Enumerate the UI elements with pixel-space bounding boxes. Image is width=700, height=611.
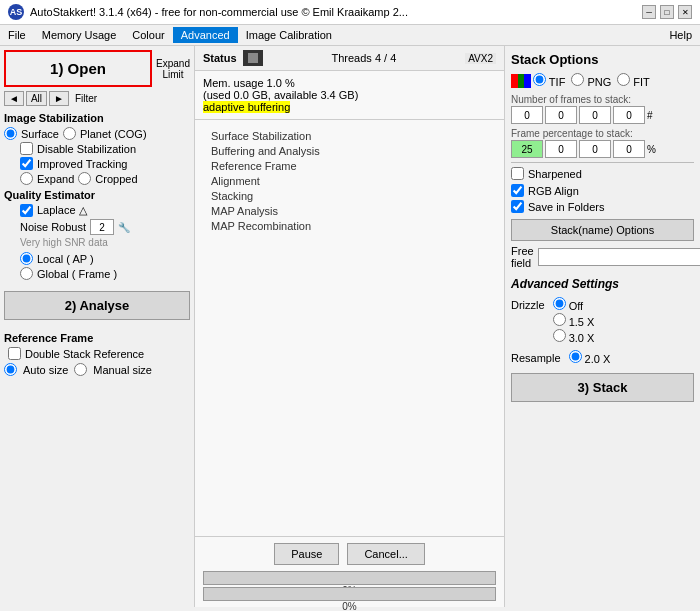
frames-input-1[interactable] bbox=[545, 106, 577, 124]
avx-badge: AVX2 bbox=[465, 53, 496, 64]
surface-radio[interactable] bbox=[4, 127, 17, 140]
limit-label: Limit bbox=[162, 69, 183, 80]
planet-radio[interactable] bbox=[63, 127, 76, 140]
save-in-folders-label: Save in Folders bbox=[528, 201, 604, 213]
minimize-button[interactable]: ─ bbox=[642, 5, 656, 19]
nav-next[interactable]: ► bbox=[49, 91, 69, 106]
stack-button[interactable]: 3) Stack bbox=[511, 373, 694, 402]
global-radio[interactable] bbox=[20, 267, 33, 280]
expand-label: Expand bbox=[156, 58, 190, 69]
reference-frame-title: Reference Frame bbox=[4, 332, 190, 344]
status-list: Surface Stabilization Buffering and Anal… bbox=[195, 120, 504, 536]
right-panel: Stack Options TIF PNG FIT Number of fram… bbox=[505, 46, 700, 607]
resample-label: Resample bbox=[511, 352, 561, 364]
analyse-button[interactable]: 2) Analyse bbox=[4, 291, 190, 320]
expand-label-check: Expand bbox=[37, 173, 74, 185]
drizzle-1-5-label: 1.5 X bbox=[569, 316, 595, 328]
quality-estimator-title: Quality Estimator bbox=[4, 189, 190, 201]
menu-bar: File Memory Usage Colour Advanced Image … bbox=[0, 25, 700, 46]
drizzle-3-0-option[interactable]: 3.0 X bbox=[553, 329, 595, 344]
local-radio[interactable] bbox=[20, 252, 33, 265]
status-item-5: MAP Analysis bbox=[211, 205, 488, 217]
pause-button[interactable]: Pause bbox=[274, 543, 339, 565]
menu-colour[interactable]: Colour bbox=[124, 27, 172, 43]
frames-input-2[interactable] bbox=[579, 106, 611, 124]
hash-label: # bbox=[647, 110, 653, 121]
disable-stabilization-label: Disable Stabilization bbox=[37, 143, 136, 155]
menu-file[interactable]: File bbox=[0, 27, 34, 43]
double-stack-checkbox[interactable] bbox=[8, 347, 21, 360]
surface-label: Surface bbox=[21, 128, 59, 140]
center-panel: Status Threads 4 / 4 AVX2 Mem. usage 1.0… bbox=[195, 46, 505, 607]
laplace-checkbox[interactable] bbox=[20, 204, 33, 217]
rgb-align-checkbox[interactable] bbox=[511, 184, 524, 197]
menu-help[interactable]: Help bbox=[661, 27, 700, 43]
percent-input-1[interactable] bbox=[545, 140, 577, 158]
disable-stabilization-checkbox[interactable] bbox=[20, 142, 33, 155]
expand-radio[interactable] bbox=[20, 172, 33, 185]
status-item-1: Buffering and Analysis bbox=[211, 145, 488, 157]
close-button[interactable]: ✕ bbox=[678, 5, 692, 19]
stack-name-options-button[interactable]: Stack(name) Options bbox=[511, 219, 694, 241]
tif-option[interactable]: TIF bbox=[533, 73, 565, 88]
advanced-settings-title: Advanced Settings bbox=[511, 277, 694, 291]
cropped-radio[interactable] bbox=[78, 172, 91, 185]
progress-label-2: 0% bbox=[204, 600, 495, 611]
status-item-0: Surface Stabilization bbox=[211, 130, 488, 142]
mem-usage-text: Mem. usage 1.0 % bbox=[203, 77, 496, 89]
maximize-button[interactable]: □ bbox=[660, 5, 674, 19]
menu-memory[interactable]: Memory Usage bbox=[34, 27, 125, 43]
noise-robust-input[interactable] bbox=[90, 219, 114, 235]
percent-input-2[interactable] bbox=[579, 140, 611, 158]
save-in-folders-checkbox[interactable] bbox=[511, 200, 524, 213]
planet-label: Planet (COG) bbox=[80, 128, 147, 140]
auto-size-label: Auto size bbox=[23, 364, 68, 376]
drizzle-3-0-label: 3.0 X bbox=[569, 332, 595, 344]
open-button[interactable]: 1) Open bbox=[4, 50, 152, 87]
global-label: Global ( Frame ) bbox=[37, 268, 117, 280]
status-item-6: MAP Recombination bbox=[211, 220, 488, 232]
sharpened-checkbox[interactable] bbox=[511, 167, 524, 180]
progress-bar-2: 0% bbox=[203, 587, 496, 601]
frames-input-3[interactable] bbox=[613, 106, 645, 124]
png-option[interactable]: PNG bbox=[571, 73, 611, 88]
noise-robust-label: Noise Robust bbox=[20, 221, 86, 233]
color-swatch bbox=[511, 74, 531, 88]
frames-input-0[interactable] bbox=[511, 106, 543, 124]
title-bar: AS AutoStakkert! 3.1.4 (x64) - free for … bbox=[0, 0, 700, 25]
menu-image-calibration[interactable]: Image Calibration bbox=[238, 27, 340, 43]
status-icon bbox=[243, 50, 263, 66]
filter-label: Filter bbox=[75, 93, 97, 104]
percent-to-stack-label: Frame percentage to stack: bbox=[511, 128, 694, 139]
resample-2-0-option[interactable]: 2.0 X bbox=[569, 350, 611, 365]
auto-size-radio[interactable] bbox=[4, 363, 17, 376]
left-panel: 1) Open Expand Limit ◄ All ► Filter Imag… bbox=[0, 46, 195, 607]
status-item-4: Stacking bbox=[211, 190, 488, 202]
double-stack-label: Double Stack Reference bbox=[25, 348, 144, 360]
png-label: PNG bbox=[587, 76, 611, 88]
nav-prev[interactable]: ◄ bbox=[4, 91, 24, 106]
laplace-label: Laplace △ bbox=[37, 204, 87, 217]
fit-label: FIT bbox=[633, 76, 650, 88]
free-field-input[interactable] bbox=[538, 248, 700, 266]
status-label: Status bbox=[203, 52, 237, 64]
stack-options-title: Stack Options bbox=[511, 52, 694, 67]
status-item-3: Alignment bbox=[211, 175, 488, 187]
percent-input-0[interactable] bbox=[511, 140, 543, 158]
percent-inputs-row: % bbox=[511, 140, 694, 158]
cancel-button[interactable]: Cancel... bbox=[347, 543, 424, 565]
free-field-label: Free field bbox=[511, 245, 534, 269]
percent-input-3[interactable] bbox=[613, 140, 645, 158]
fit-option[interactable]: FIT bbox=[617, 73, 650, 88]
status-item-2: Reference Frame bbox=[211, 160, 488, 172]
local-label: Local ( AP ) bbox=[37, 253, 94, 265]
percent-sign: % bbox=[647, 144, 656, 155]
menu-advanced[interactable]: Advanced bbox=[173, 27, 238, 43]
resample-2-0-label: 2.0 X bbox=[585, 353, 611, 365]
manual-size-radio[interactable] bbox=[74, 363, 87, 376]
drizzle-1-5-option[interactable]: 1.5 X bbox=[553, 313, 595, 328]
nav-all[interactable]: All bbox=[26, 91, 47, 106]
drizzle-off-option[interactable]: Off bbox=[553, 297, 595, 312]
improved-tracking-checkbox[interactable] bbox=[20, 157, 33, 170]
progress-bar-1: 0% bbox=[203, 571, 496, 585]
